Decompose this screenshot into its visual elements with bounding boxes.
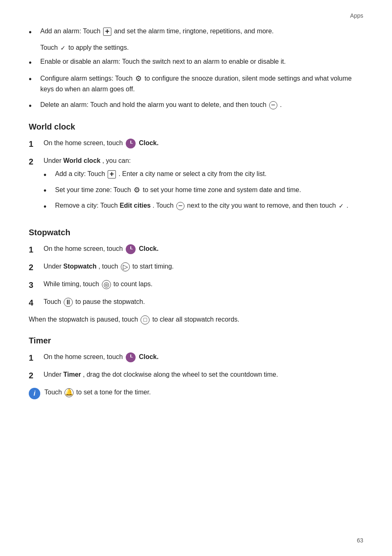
timer-title: Timer (29, 336, 363, 345)
stopwatch-step-2: 2 Under Stopwatch , touch ▷ to start tim… (29, 262, 363, 273)
pause-icon: ⏸ (64, 298, 73, 307)
apps-label: Apps (29, 12, 363, 19)
clock-app-icon-3 (126, 352, 136, 362)
stopwatch-step-1-content: On the home screen, touch Clock. (44, 244, 363, 254)
clear-icon: □ (141, 315, 150, 324)
stopwatch-step-4-content: Touch ⏸ to pause the stopwatch. (44, 297, 363, 307)
world-clock-sub-bullet-3: • Remove a city: Touch Edit cities . Tou… (44, 201, 363, 211)
alarm-bullet-1: • Add an alarm: Touch + and set the alar… (29, 26, 363, 37)
world-clock-step-1-content: On the home screen, touch Clock. (44, 138, 363, 148)
alarm-sub-line: Touch ✓ to apply the settings. (40, 43, 363, 53)
stopwatch-step-4-num: 4 (29, 297, 40, 309)
timer-step-1: 1 On the home screen, touch Clock. (29, 352, 363, 364)
alarm-bullet-4: • Delete an alarm: Touch and hold the al… (29, 100, 363, 111)
stopwatch-step-3-content: While timing, touch ◎ to count laps. (44, 279, 363, 289)
alarm-bullet-4-text: Delete an alarm: Touch and hold the alar… (40, 100, 282, 110)
wc-sub-1-text: Add a city: Touch + . Enter a city name … (55, 169, 267, 179)
alarm-bullet-1-text: Add an alarm: Touch + and set the alarm … (40, 26, 274, 36)
world-clock-title: World clock (29, 122, 363, 132)
alarm-bullets: • Add an alarm: Touch + and set the alar… (29, 26, 363, 37)
clock-app-icon-2 (126, 244, 136, 254)
timer-step-2-content: Under Timer , drag the dot clockwise alo… (44, 370, 363, 380)
bullet-dot-2: • (29, 58, 36, 67)
wc-sub-3-text: Remove a city: Touch Edit cities . Touch… (55, 201, 348, 211)
play-icon: ▷ (121, 262, 130, 271)
page-number: 63 (357, 537, 363, 544)
stopwatch-step-2-num: 2 (29, 261, 40, 273)
timer-info-box: i Touch 🔔 to set a tone for the timer. (29, 387, 363, 399)
plus-icon: + (103, 28, 111, 36)
stopwatch-step-3: 3 While timing, touch ◎ to count laps. (29, 279, 363, 291)
minus-circle-icon-1: − (269, 101, 277, 109)
minus-circle-icon-wc: − (176, 202, 184, 210)
alarm-bullet-2: • Enable or disable an alarm: Touch the … (29, 57, 363, 67)
stopwatch-step-2-content: Under Stopwatch , touch ▷ to start timin… (44, 262, 363, 271)
bullet-dot-wc1: • (44, 170, 51, 180)
tone-icon: 🔔 (65, 388, 74, 397)
gear-icon-1: ⚙ (135, 73, 142, 84)
alarm-bullet-3-text: Configure alarm settings: Touch ⚙ to con… (40, 73, 363, 94)
gear-icon-wc: ⚙ (134, 185, 140, 196)
info-icon: i (29, 388, 40, 399)
world-clock-step-2: 2 Under World clock , you can: • Add a c… (29, 156, 363, 216)
stopwatch-title: Stopwatch (29, 228, 363, 237)
bullet-dot-4: • (29, 101, 36, 111)
stopwatch-step-1: 1 On the home screen, touch Clock. (29, 244, 363, 256)
clock-app-icon-1 (126, 139, 136, 148)
timer-step-1-content: On the home screen, touch Clock. (44, 352, 363, 362)
page-container: Apps • Add an alarm: Touch + and set the… (0, 0, 392, 424)
wc-sub-2-text: Set your time zone: Touch ⚙ to set your … (55, 185, 301, 196)
timer-step-2: 2 Under Timer , drag the dot clockwise a… (29, 370, 363, 382)
bullet-dot-3: • (29, 74, 36, 84)
timer-info-text: Touch 🔔 to set a tone for the timer. (44, 387, 151, 397)
bullet-dot-1: • (29, 27, 36, 37)
world-clock-sub-bullets: • Add a city: Touch + . Enter a city nam… (44, 169, 363, 211)
stopwatch-step-1-num: 1 (29, 243, 40, 256)
world-clock-step-2-num: 2 (29, 155, 40, 168)
check-icon-1: ✓ (60, 44, 66, 53)
bullet-dot-wc2: • (44, 185, 51, 195)
stopwatch-note: When the stopwatch is paused, touch □ to… (29, 315, 363, 324)
world-clock-sub-bullet-2: • Set your time zone: Touch ⚙ to set you… (44, 185, 363, 196)
world-clock-step-2-content: Under World clock , you can: • Add a cit… (44, 156, 363, 216)
bullet-dot-wc3: • (44, 202, 51, 211)
lap-icon: ◎ (102, 280, 111, 289)
timer-step-2-num: 2 (29, 369, 40, 382)
plus-icon-wc: + (108, 170, 116, 178)
alarm-bullet-3: • Configure alarm settings: Touch ⚙ to c… (29, 73, 363, 94)
timer-step-1-num: 1 (29, 352, 40, 364)
stopwatch-step-3-num: 3 (29, 279, 40, 291)
check-icon-wc: ✓ (339, 202, 344, 211)
world-clock-step-1-num: 1 (29, 138, 40, 150)
stopwatch-step-4: 4 Touch ⏸ to pause the stopwatch. (29, 297, 363, 309)
alarm-bullets-2: • Enable or disable an alarm: Touch the … (29, 57, 363, 111)
world-clock-sub-bullet-1: • Add a city: Touch + . Enter a city nam… (44, 169, 363, 180)
world-clock-step-1: 1 On the home screen, touch Clock. (29, 138, 363, 150)
